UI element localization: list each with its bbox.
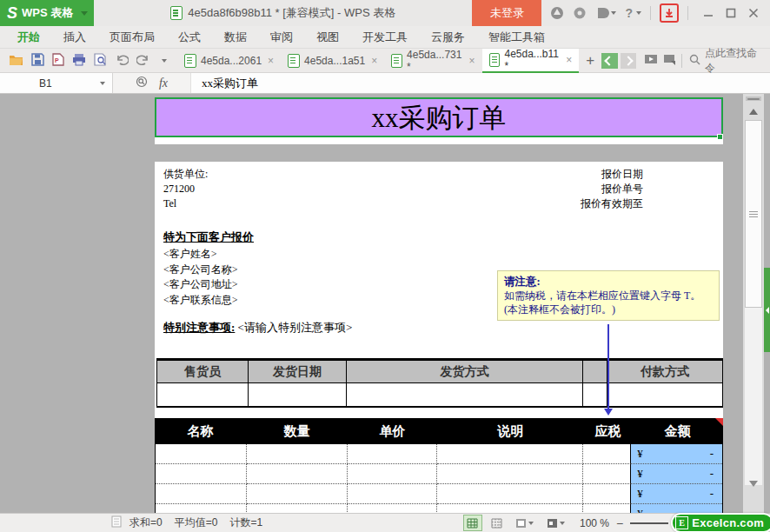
help-icon[interactable]: ? — [625, 6, 641, 20]
shipping-header-spacer[interactable] — [583, 361, 607, 383]
items-header-amount[interactable]: 金额 — [632, 418, 723, 444]
item-cell[interactable] — [156, 504, 247, 513]
scroll-down-icon[interactable] — [743, 476, 764, 490]
file-tab[interactable]: 4e5da...1a51 × — [281, 49, 384, 73]
item-amount-cell[interactable]: ¥ - — [631, 464, 722, 484]
shipping-cell[interactable] — [583, 383, 607, 406]
save-icon[interactable] — [31, 53, 44, 69]
item-cell[interactable] — [247, 484, 348, 504]
quote-number-label[interactable]: 报价单号 — [435, 182, 643, 196]
quote-labels[interactable]: 报价日期 报价单号 报价有效期至 — [435, 167, 643, 211]
undo-icon[interactable] — [115, 53, 129, 68]
item-amount-cell[interactable]: ¥ - — [631, 444, 722, 464]
sheet-canvas[interactable]: xx采购订单 供货单位: 271200 Tel 报价日期 报价单号 报价有效期至… — [0, 94, 770, 513]
shipping-cell[interactable] — [249, 383, 347, 406]
side-panel-toggle[interactable] — [764, 268, 770, 352]
prev-tab-button[interactable] — [601, 53, 617, 69]
workspace-icon[interactable] — [663, 54, 676, 68]
scroll-up-icon[interactable] — [743, 104, 764, 118]
shipping-header-ship-date[interactable]: 发货日期 — [249, 361, 347, 383]
formula-input[interactable]: xx采购订单 — [191, 76, 258, 91]
customer-address-field[interactable]: <客户公司地址> — [163, 277, 238, 293]
menu-tab-cloud[interactable]: 云服务 — [431, 30, 465, 45]
item-cell[interactable] — [348, 504, 437, 513]
find-command[interactable]: 点此查找命令 — [682, 46, 770, 76]
menu-tab-page-layout[interactable]: 页面布局 — [110, 30, 155, 45]
item-cell[interactable] — [437, 464, 583, 484]
full-screen-icon[interactable] — [543, 515, 569, 531]
shipping-cell[interactable] — [157, 383, 249, 406]
customer-fields[interactable]: <客户姓名> <客户公司名称> <客户公司地址> <客户联系信息> — [163, 247, 238, 308]
items-header-taxable[interactable]: 应税 — [584, 418, 632, 444]
open-file-icon[interactable] — [9, 53, 23, 69]
file-tab[interactable]: 4e5da...2061 × — [177, 49, 281, 73]
shipping-header-ship-method[interactable]: 发货方式 — [347, 361, 583, 383]
print-preview-icon[interactable] — [94, 53, 107, 69]
fill-handle[interactable] — [717, 134, 723, 140]
menu-tab-home[interactable]: 开始 — [17, 30, 40, 45]
item-cell[interactable] — [247, 444, 348, 464]
normal-view-icon[interactable] — [463, 515, 482, 531]
menu-tab-dev-tools[interactable]: 开发工具 — [362, 30, 408, 45]
close-tab-icon[interactable]: × — [566, 54, 572, 66]
page-layout-view-icon[interactable] — [512, 515, 538, 531]
print-icon[interactable] — [72, 53, 86, 69]
special-notes-row[interactable]: 特别注意事项: <请输入特别注意事项> — [163, 320, 352, 335]
menu-tab-review[interactable]: 审阅 — [270, 30, 293, 45]
customer-name-field[interactable]: <客户姓名> — [163, 247, 238, 263]
menu-tab-view[interactable]: 视图 — [316, 30, 339, 45]
theme-icon[interactable] — [550, 6, 564, 20]
supplier-tel[interactable]: Tel — [163, 196, 208, 211]
next-tab-button[interactable] — [621, 53, 636, 69]
items-header-qty[interactable]: 数量 — [246, 418, 348, 444]
supplier-label[interactable]: 供货单位: — [163, 167, 208, 182]
search-function-icon[interactable] — [136, 76, 149, 91]
toolbar-more-icon[interactable] — [162, 59, 167, 63]
shipping-cell[interactable] — [607, 383, 722, 406]
close-tab-icon[interactable]: × — [268, 55, 274, 67]
menu-tab-smart-toolbox[interactable]: 智能工具箱 — [488, 30, 545, 45]
item-cell[interactable] — [156, 464, 247, 484]
split-handle[interactable] — [746, 96, 761, 101]
item-cell[interactable] — [156, 484, 247, 504]
new-tab-button[interactable]: + — [579, 52, 601, 70]
skin-icon[interactable] — [595, 6, 616, 20]
items-header-name[interactable]: 名称 — [155, 418, 246, 444]
selected-cell-title[interactable]: xx采购订单 — [155, 97, 723, 137]
item-cell[interactable] — [437, 484, 583, 504]
export-pdf-icon[interactable]: P — [52, 53, 64, 69]
supplier-code[interactable]: 271200 — [163, 182, 208, 196]
settings-icon[interactable] — [573, 6, 587, 20]
wps-menu-button[interactable]: S WPS 表格 — [0, 0, 94, 26]
zoom-slider[interactable] — [630, 522, 668, 524]
supplier-block[interactable]: 供货单位: 271200 Tel — [163, 167, 208, 211]
quote-valid-until-label[interactable]: 报价有效期至 — [435, 196, 643, 211]
file-tab-active[interactable]: 4e5da...b11 * × — [482, 49, 580, 73]
item-taxable-cell[interactable] — [583, 444, 631, 464]
close-tab-icon[interactable]: × — [371, 55, 377, 67]
item-cell[interactable] — [348, 484, 437, 504]
item-cell[interactable] — [348, 464, 437, 484]
maximize-button[interactable] — [720, 0, 742, 26]
shipping-cell[interactable] — [347, 383, 583, 406]
special-notes-value[interactable]: <请输入特别注意事项> — [238, 321, 353, 334]
login-button[interactable]: 未登录 — [472, 0, 541, 26]
name-box[interactable]: B1 — [0, 73, 113, 93]
menu-tab-insert[interactable]: 插入 — [63, 30, 86, 45]
customer-contact-field[interactable]: <客户联系信息> — [163, 293, 238, 309]
shipping-header-salesperson[interactable]: 售货员 — [157, 361, 249, 383]
shipping-header-payment[interactable]: 付款方式 — [607, 361, 722, 383]
scrollbar-thumb[interactable] — [745, 120, 762, 308]
item-taxable-cell[interactable] — [583, 504, 631, 513]
item-cell[interactable] — [348, 444, 437, 464]
page-break-view-icon[interactable] — [488, 515, 507, 531]
item-cell[interactable] — [437, 444, 583, 464]
item-cell[interactable] — [156, 444, 247, 464]
file-tab[interactable]: 4e5da...731 * × — [384, 49, 481, 73]
vertical-scrollbar[interactable] — [743, 94, 764, 513]
item-amount-cell[interactable]: ¥ - — [631, 484, 722, 504]
menu-tab-data[interactable]: 数据 — [224, 30, 247, 45]
close-tab-icon[interactable]: × — [469, 55, 475, 67]
customer-company-field[interactable]: <客户公司名称> — [163, 263, 238, 278]
presentation-icon[interactable] — [644, 54, 658, 68]
